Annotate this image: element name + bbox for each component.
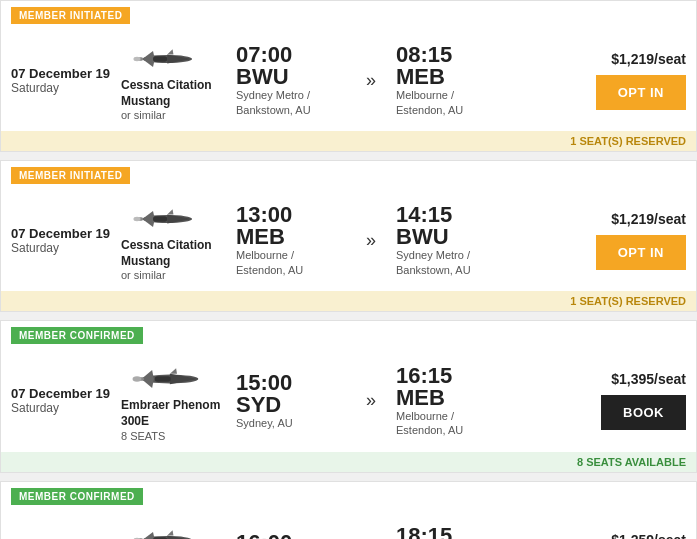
book-button[interactable]: BOOK	[601, 395, 686, 430]
depart-time: 16:00	[236, 532, 346, 539]
flight-day: Saturday	[11, 81, 121, 95]
date-column: 07 December 19 Saturday	[11, 226, 121, 255]
price-label: $1,259/seat	[611, 532, 686, 539]
depart-column: 15:00 SYD Sydney, AU	[236, 372, 346, 430]
svg-marker-12	[167, 209, 173, 214]
plane-column: Cessna Citation Mustang or similar	[121, 40, 236, 121]
arrow-icon: »	[366, 230, 376, 250]
depart-column: 16:00 OOL Gold Coast, AU	[236, 532, 346, 539]
card-footer: 1 SEAT(S) RESERVED	[1, 291, 696, 311]
arrive-column: 08:15 MEB Melbourne /Estendon, AU	[396, 44, 511, 117]
depart-iata: MEB	[236, 226, 346, 248]
card-footer: 1 SEAT(S) RESERVED	[1, 131, 696, 151]
depart-time: 15:00	[236, 372, 346, 394]
action-column: $1,219/seat OPT IN	[511, 51, 686, 110]
card-footer: 8 SEATS AVAILABLE	[1, 452, 696, 472]
arrow-column: »	[346, 390, 396, 411]
flight-card: MEMBER CONFIRMED 07 December 19 Saturday	[0, 320, 697, 472]
arrive-time: 14:15	[396, 204, 511, 226]
svg-point-6	[133, 57, 140, 61]
arrive-time: 18:15	[396, 525, 511, 539]
svg-marker-3	[142, 59, 154, 67]
plane-column: Embraer Phenom 300E 8 SEATS	[121, 360, 236, 441]
depart-time: 07:00	[236, 44, 346, 66]
arrive-iata: MEB	[396, 66, 511, 88]
flight-day: Saturday	[11, 401, 121, 415]
plane-sub: or similar	[121, 109, 166, 121]
svg-marker-4	[167, 49, 173, 54]
depart-column: 07:00 BWU Sydney Metro /Bankstown, AU	[236, 44, 346, 117]
card-header: MEMBER CONFIRMED	[1, 482, 696, 511]
arrive-column: 18:15 BWU Sydney Metro /Bankstown, AU	[396, 525, 511, 539]
plane-sub: or similar	[121, 269, 166, 281]
price-label: $1,219/seat	[611, 51, 686, 67]
price-label: $1,395/seat	[611, 371, 686, 387]
arrow-icon: »	[366, 70, 376, 90]
svg-point-22	[133, 377, 142, 382]
badge: MEMBER INITIATED	[11, 167, 130, 184]
depart-location: Melbourne /Estendon, AU	[236, 248, 346, 277]
depart-location: Sydney Metro /Bankstown, AU	[236, 88, 346, 117]
depart-column: 13:00 MEB Melbourne /Estendon, AU	[236, 204, 346, 277]
flight-card: MEMBER CONFIRMED 09 December 19 Monday	[0, 481, 697, 539]
svg-marker-11	[142, 219, 154, 227]
arrive-location: Melbourne /Estendon, AU	[396, 409, 511, 438]
arrive-iata: BWU	[396, 226, 511, 248]
arrive-iata: MEB	[396, 387, 511, 409]
depart-time: 13:00	[236, 204, 346, 226]
price-label: $1,219/seat	[611, 211, 686, 227]
arrive-time: 08:15	[396, 44, 511, 66]
arrive-column: 14:15 BWU Sydney Metro /Bankstown, AU	[396, 204, 511, 277]
badge: MEMBER CONFIRMED	[11, 488, 143, 505]
card-header: MEMBER INITIATED	[1, 1, 696, 30]
flight-date: 07 December 19	[11, 386, 121, 401]
flight-date: 07 December 19	[11, 226, 121, 241]
svg-marker-20	[170, 369, 177, 374]
arrive-column: 16:15 MEB Melbourne /Estendon, AU	[396, 365, 511, 438]
depart-location: Sydney, AU	[236, 416, 346, 430]
svg-marker-28	[167, 530, 173, 535]
badge: MEMBER INITIATED	[11, 7, 130, 24]
plane-name: Cessna Citation Mustang	[121, 78, 236, 109]
flight-card: MEMBER INITIATED 07 December 19 Saturday	[0, 0, 697, 152]
card-body: 07 December 19 Saturday Embraer Phenom	[1, 350, 696, 451]
plane-sub: 8 SEATS	[121, 430, 165, 442]
depart-iata: SYD	[236, 394, 346, 416]
badge: MEMBER CONFIRMED	[11, 327, 143, 344]
date-column: 07 December 19 Saturday	[11, 386, 121, 415]
svg-marker-10	[142, 211, 154, 219]
plane-column: Cessna Citation Mustang 4 SEATS	[121, 521, 236, 539]
svg-rect-15	[153, 217, 167, 222]
plane-name: Cessna Citation Mustang	[121, 238, 236, 269]
plane-column: Cessna Citation Mustang or similar	[121, 200, 236, 281]
action-column: $1,395/seat BOOK	[511, 371, 686, 430]
opt-in-button[interactable]: OPT IN	[596, 75, 686, 110]
card-body: 07 December 19 Saturday Cessna Citation …	[1, 30, 696, 131]
arrive-time: 16:15	[396, 365, 511, 387]
card-body: 07 December 19 Saturday Cessna Citation …	[1, 190, 696, 291]
flight-day: Saturday	[11, 241, 121, 255]
arrow-icon: »	[366, 390, 376, 410]
card-header: MEMBER CONFIRMED	[1, 321, 696, 350]
action-column: $1,219/seat OPT IN	[511, 211, 686, 270]
arrow-column: »	[346, 230, 396, 251]
arrive-location: Sydney Metro /Bankstown, AU	[396, 248, 511, 277]
arrive-location: Melbourne /Estendon, AU	[396, 88, 511, 117]
opt-in-button[interactable]: OPT IN	[596, 235, 686, 270]
svg-rect-23	[155, 377, 171, 382]
arrow-column: »	[346, 70, 396, 91]
card-body: 09 December 19 Monday Cessna Citation Mu…	[1, 511, 696, 539]
flight-date: 07 December 19	[11, 66, 121, 81]
svg-point-14	[133, 217, 140, 221]
depart-iata: BWU	[236, 66, 346, 88]
svg-rect-7	[153, 56, 167, 61]
svg-marker-26	[142, 532, 154, 539]
card-header: MEMBER INITIATED	[1, 161, 696, 190]
svg-marker-2	[142, 51, 154, 59]
flight-card: MEMBER INITIATED 07 December 19 Saturday	[0, 160, 697, 312]
date-column: 07 December 19 Saturday	[11, 66, 121, 95]
plane-name: Embraer Phenom 300E	[121, 398, 236, 429]
action-column: $1,259/seat BOOK	[511, 532, 686, 539]
